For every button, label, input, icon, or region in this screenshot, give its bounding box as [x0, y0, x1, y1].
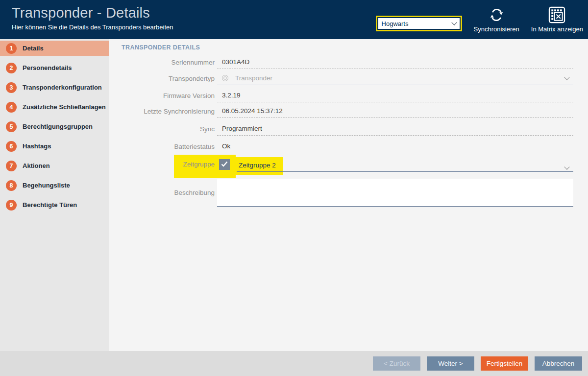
step-number-badge: 7	[6, 161, 17, 171]
zeitgruppe-select[interactable]: Zeitgruppe 2	[237, 157, 573, 172]
sidebar-item-transponderkonfiguration[interactable]: 3 Transponderkonfiguration	[0, 80, 109, 95]
show-in-matrix-label: In Matrix anzeigen	[531, 25, 583, 33]
firmware-value: 3.2.19	[217, 89, 573, 102]
wizard-step-sidebar: 1 Details 2 Personendetails 3 Transponde…	[0, 39, 109, 351]
chevron-down-icon	[451, 20, 457, 25]
field-label: Firmware Version	[109, 92, 215, 99]
synchronize-button[interactable]: Synchronisieren	[474, 0, 519, 33]
title-block: Transponder - Details Hier können Sie di…	[12, 4, 173, 31]
step-number-badge: 4	[6, 102, 17, 113]
lock-system-select[interactable]: Hogwarts	[378, 18, 460, 29]
checkmark-icon	[221, 160, 228, 169]
step-number-badge: 5	[6, 121, 17, 132]
sidebar-item-personendetails[interactable]: 2 Personendetails	[0, 60, 109, 75]
step-number-badge: 1	[6, 43, 17, 54]
finish-button[interactable]: Fertigstellen	[481, 356, 528, 371]
zeitgruppe-value: Zeitgruppe 2	[239, 162, 276, 169]
sidebar-item-hashtags[interactable]: 6 Hashtags	[0, 139, 109, 154]
transponder-details-window: Transponder - Details Hier können Sie di…	[0, 0, 588, 376]
field-row-firmware: Firmware Version 3.2.19	[109, 89, 573, 102]
step-label: Transponderkonfiguration	[23, 84, 102, 91]
sync-value: Programmiert	[217, 122, 573, 136]
step-label: Details	[23, 45, 44, 52]
lock-system-select-highlight: Hogwarts	[376, 16, 462, 31]
letzte-synchronisierung-value: 06.05.2024 15:37:12	[217, 104, 573, 118]
step-label: Berechtigte Türen	[23, 201, 77, 209]
matrix-icon	[548, 5, 565, 24]
step-label: Berechtigungsgruppen	[23, 123, 93, 130]
back-button[interactable]: < Zurück	[373, 356, 420, 371]
step-label: Begehungsliste	[23, 182, 70, 189]
batteriestatus-value: Ok	[217, 140, 573, 153]
field-row-sync: Sync Programmiert	[109, 122, 573, 136]
section-title: TRANSPONDER DETAILS	[122, 44, 200, 51]
transponder-type-icon	[222, 75, 228, 81]
step-label: Aktionen	[23, 162, 50, 169]
step-label: Hashtags	[23, 142, 51, 150]
step-number-badge: 3	[6, 82, 17, 93]
field-row-batteriestatus: Batteriestatus Ok	[109, 140, 573, 153]
show-in-matrix-button[interactable]: In Matrix anzeigen	[531, 0, 583, 33]
footer-bar: < Zurück Weiter > Fertigstellen Abbreche…	[0, 351, 588, 376]
header-actions: Hogwarts Synchronisieren	[376, 0, 583, 39]
field-row-zeitgruppe: Zeitgruppe Zeitgruppe 2	[109, 157, 573, 172]
page-subtitle: Hier können Sie die Details des Transpon…	[12, 24, 173, 31]
sidebar-item-begehungsliste[interactable]: 8 Begehungsliste	[0, 178, 109, 193]
chevron-down-icon	[564, 74, 569, 80]
field-row-transpondertyp: Transpondertyp Transponder	[109, 71, 573, 85]
field-label: Seriennummer	[109, 59, 215, 66]
sidebar-item-aktionen[interactable]: 7 Aktionen	[0, 158, 109, 173]
step-number-badge: 8	[6, 180, 17, 191]
transpondertyp-select: Transponder	[217, 71, 573, 85]
chevron-down-icon	[564, 164, 569, 169]
field-label: Letzte Synchronisierung	[109, 108, 215, 115]
sidebar-item-zusaetzliche-schliessanlagen[interactable]: 4 Zusätzliche Schließanlagen	[0, 99, 109, 115]
sidebar-item-berechtigte-tueren[interactable]: 9 Berechtigte Türen	[0, 197, 109, 212]
field-row-seriennummer: Seriennummer 0301A4D	[109, 55, 573, 69]
field-label: Sync	[109, 125, 215, 133]
details-form: TRANSPONDER DETAILS Seriennummer 0301A4D…	[109, 39, 588, 351]
header-bar: Transponder - Details Hier können Sie di…	[0, 0, 588, 39]
field-row-letzte-synchronisierung: Letzte Synchronisierung 06.05.2024 15:37…	[109, 104, 573, 118]
transpondertyp-value: Transponder	[235, 74, 272, 82]
step-label: Zusätzliche Schließanlagen	[23, 103, 106, 111]
field-label: Batteriestatus	[109, 143, 215, 150]
page-title: Transponder - Details	[12, 4, 173, 21]
next-button[interactable]: Weiter >	[427, 356, 474, 371]
beschreibung-input[interactable]	[217, 179, 573, 207]
step-number-badge: 6	[6, 141, 17, 152]
field-label: Zeitgruppe	[109, 161, 215, 168]
cancel-button[interactable]: Abbrechen	[535, 356, 582, 371]
field-label: Transpondertyp	[109, 75, 215, 82]
zeitgruppe-checkbox[interactable]	[219, 159, 230, 170]
seriennummer-value: 0301A4D	[217, 55, 573, 69]
step-number-badge: 9	[6, 200, 17, 211]
step-label: Personendetails	[23, 64, 72, 71]
field-label: Beschreibung	[109, 189, 215, 196]
step-number-badge: 2	[6, 63, 17, 73]
sync-icon	[488, 5, 505, 24]
synchronize-label: Synchronisieren	[474, 25, 519, 33]
sidebar-item-details[interactable]: 1 Details	[0, 41, 109, 56]
sidebar-item-berechtigungsgruppen[interactable]: 5 Berechtigungsgruppen	[0, 119, 109, 134]
lock-system-select-value: Hogwarts	[382, 20, 409, 27]
